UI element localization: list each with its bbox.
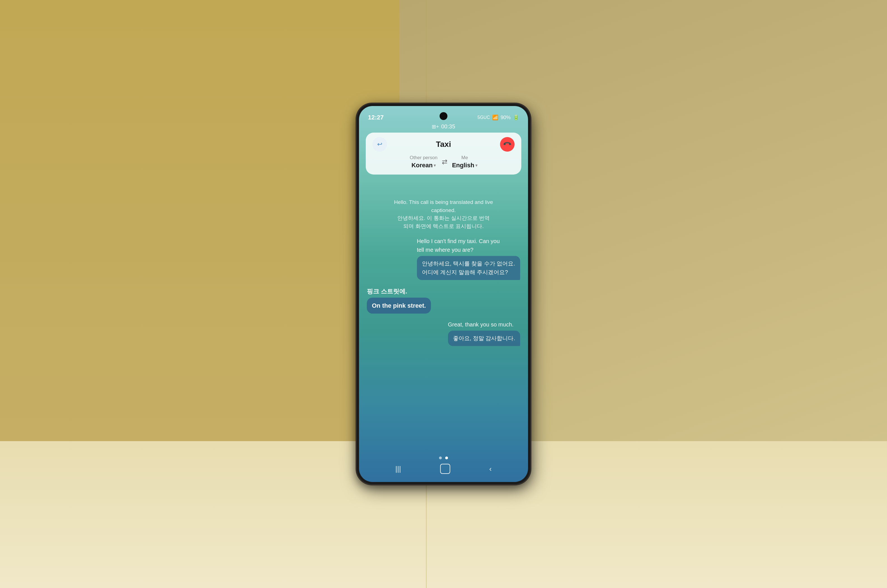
phone-body: 12:27 5GUC 📶 90% 🔋 ⊞+ 00:35 ↩ bbox=[357, 104, 530, 484]
message-3-korean: 좋아요, 정말 감사합니다. bbox=[448, 331, 520, 346]
chat-area: Hello. This call is being translated and… bbox=[359, 193, 528, 448]
header-card: ↩ Taxi 📞 Other person Korean ▾ bbox=[366, 133, 521, 174]
back-icon: ↩ bbox=[377, 141, 382, 148]
home-button[interactable] bbox=[440, 464, 450, 474]
back-button[interactable]: ↩ bbox=[372, 137, 387, 152]
message-1-korean: 안녕하세요, 택시를 찾을 수가 없어요.어디에 계신지 말씀해 주시겠어요? bbox=[417, 256, 520, 280]
other-language-selector[interactable]: Korean ▾ bbox=[411, 162, 436, 169]
end-call-icon: 📞 bbox=[503, 140, 512, 149]
page-dot-1 bbox=[439, 456, 442, 459]
bottom-nav: ||| ‹ bbox=[359, 448, 528, 482]
page-dot-2 bbox=[445, 456, 448, 459]
call-title: Taxi bbox=[387, 140, 500, 149]
system-message-text: Hello. This call is being translated and… bbox=[394, 199, 493, 229]
message-2-english-bubble: On the pink street. bbox=[367, 298, 431, 314]
my-language-selector[interactable]: English ▾ bbox=[452, 162, 477, 169]
my-lang-group: Me English ▾ bbox=[452, 155, 477, 169]
network-icon: 5GUC bbox=[478, 115, 490, 120]
recent-apps-button[interactable]: ||| bbox=[395, 465, 401, 473]
other-lang-chevron: ▾ bbox=[434, 163, 436, 168]
status-time: 12:27 bbox=[368, 114, 384, 121]
message-3-english: Great, thank you so much. bbox=[448, 320, 520, 329]
back-button-nav[interactable]: ‹ bbox=[489, 465, 492, 473]
call-timer: 00:35 bbox=[441, 123, 455, 130]
my-language: English bbox=[452, 162, 474, 169]
message-2-english: On the pink street. bbox=[372, 302, 426, 309]
system-message: Hello. This call is being translated and… bbox=[382, 198, 505, 230]
nav-buttons: ||| ‹ bbox=[359, 464, 528, 474]
message-2: 핑크 스트릿에. On the pink street. bbox=[367, 287, 431, 314]
status-right-icons: 5GUC 📶 90% 🔋 bbox=[478, 114, 519, 121]
other-person-lang-group: Other person Korean ▾ bbox=[410, 155, 437, 169]
battery-icon: 🔋 bbox=[513, 114, 519, 121]
end-call-button[interactable]: 📞 bbox=[500, 137, 515, 152]
swap-icon: ⇄ bbox=[442, 158, 447, 166]
message-1-english: Hello I can't find my taxi. Can youtell … bbox=[417, 237, 520, 254]
page-indicator bbox=[439, 456, 448, 459]
message-2-korean: 핑크 스트릿에. bbox=[367, 287, 431, 296]
signal-icon: 📶 bbox=[492, 114, 498, 121]
battery-text: 90% bbox=[501, 115, 511, 121]
phone-screen: 12:27 5GUC 📶 90% 🔋 ⊞+ 00:35 ↩ bbox=[359, 106, 528, 482]
message-3: Great, thank you so much. 좋아요, 정말 감사합니다. bbox=[448, 320, 520, 346]
other-language: Korean bbox=[411, 162, 432, 169]
me-label: Me bbox=[461, 155, 468, 160]
timer-icon: ⊞+ bbox=[432, 124, 439, 130]
header-top: ↩ Taxi 📞 bbox=[372, 137, 515, 152]
call-timer-bar: ⊞+ 00:35 bbox=[359, 123, 528, 130]
my-lang-chevron: ▾ bbox=[476, 163, 477, 168]
language-selector: Other person Korean ▾ ⇄ Me English bbox=[372, 155, 515, 169]
other-person-label: Other person bbox=[410, 155, 437, 160]
message-1: Hello I can't find my taxi. Can youtell … bbox=[417, 237, 520, 280]
front-camera bbox=[440, 112, 447, 120]
swap-languages-button[interactable]: ⇄ bbox=[442, 158, 447, 166]
phone-container: 12:27 5GUC 📶 90% 🔋 ⊞+ 00:35 ↩ bbox=[357, 104, 530, 484]
